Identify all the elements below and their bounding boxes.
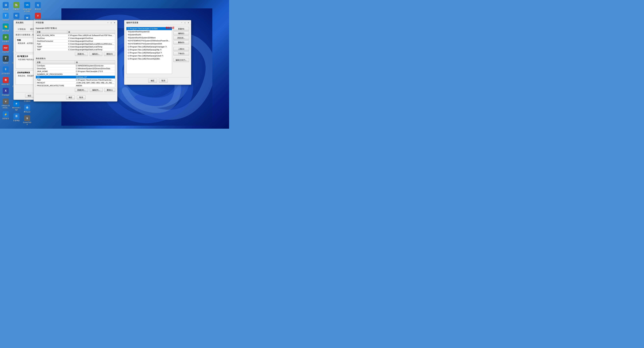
desktop-icon-22[interactable]: VS Visual Studio Code [22, 1, 32, 13]
sys-vars-row[interactable]: JAVA_HOMEC:\Program Files\Java\jdk-17.0.… [36, 70, 115, 73]
sys-vars-col-value: 值 [75, 61, 115, 64]
modified-label: 修改之后 [166, 26, 174, 29]
edit-env-list-item[interactable]: C:\Program Files\Java\jdk-17.0.5\bin [126, 27, 172, 30]
env-vars-content: liuguanglei 的用户变量(U) 变量 值 MOZ_PLUGIN_PAT… [34, 25, 117, 101]
user-vars-col-name: 变量 [36, 30, 67, 34]
user-vars-buttons: 新建(N)... 编辑(E)... 删除(D) [36, 52, 115, 56]
desktop-icon-6[interactable]: 🎙 文字转语音 [1, 66, 11, 75]
sys-vars-row[interactable]: NUMBER_OF_PROCESSORS24 [36, 73, 115, 76]
desktop-icon-3[interactable]: 企 企业微信 [1, 33, 11, 43]
env-vars-close-btn[interactable]: ✕ [113, 21, 116, 24]
desktop-icon-11[interactable]: 🐘 印象笔记 [12, 1, 22, 11]
sys-vars-title: 系统变量(S) [36, 57, 115, 60]
edit-env-browse-btn[interactable]: 浏览(B)... [174, 36, 189, 40]
env-vars-minimize-btn[interactable]: ─ [106, 21, 109, 24]
sys-vars-row[interactable]: OSWindows_NT [36, 76, 115, 79]
sys-vars-row[interactable]: DriverDataC:\Windows\System32\Drivers\Dr… [36, 67, 115, 70]
user-vars-title: liuguanglei 的用户变量(U) [36, 27, 115, 29]
edit-env-minimize-btn[interactable]: ─ [180, 21, 183, 24]
sys-props-ok-btn[interactable]: 确定 [25, 94, 34, 98]
edit-env-down-btn[interactable]: 下移(O) [174, 52, 189, 55]
user-vars-row[interactable]: OneDriveConsumerC:\Users\liuguanglei\One… [36, 40, 115, 42]
sys-vars-row[interactable]: PROCESSOR_ARCHITECTUREAMD64 [36, 84, 115, 87]
edit-env-close-btn[interactable]: ✕ [187, 21, 190, 24]
env-vars-maximize-btn[interactable]: □ [110, 21, 112, 24]
desktop-icon-9[interactable]: V VMware WorkSta... [1, 98, 11, 110]
desktop-icon-1[interactable]: T TopDesk [1, 12, 11, 22]
sys-vars-new-btn[interactable]: 新建(W)... [75, 88, 88, 92]
sys-vars-buttons: 新建(W)... 编辑(R)... 删除(L) [36, 88, 115, 92]
desktop-icon-7[interactable]: 有 有道云笔记 [1, 76, 11, 86]
desktop-icon-21[interactable]: 百 百度网盘 [12, 113, 22, 122]
desktop-icon-10[interactable]: ⚡ 迅雷影音 [1, 111, 11, 120]
desktop-icon-32[interactable]: S ScreenToGif [22, 115, 32, 126]
env-vars-cancel-btn[interactable]: 取消 [77, 95, 86, 99]
edit-env-list-item[interactable]: %SYSTEMROOT%\System32\WindowsPowerShell\… [126, 39, 172, 42]
edit-env-ok-btn[interactable]: 确定 [148, 79, 157, 83]
user-vars-table: 变量 值 MOZ_PLUGIN_PATHC:\Program Files (x8… [36, 30, 115, 51]
user-vars-col-value: 值 [67, 30, 115, 34]
desktop-icon-33[interactable]: Q 腾讯QQ [33, 1, 43, 11]
edit-env-content: 修改之后 C:\Program Files\Java\jdk-17.0.5\bi… [124, 25, 191, 85]
user-vars-row[interactable]: OneDriveC:\Users\liuguanglei\OneDrive [36, 37, 115, 40]
edit-env-up-btn[interactable]: 上移(U) [174, 47, 189, 51]
desktop-icon-20[interactable]: e Microsoft Edge [12, 100, 22, 112]
edit-env-new-btn[interactable]: 新建(N) [174, 27, 189, 31]
user-vars-row[interactable]: MOZ_PLUGIN_PATHC:\Program Files (x86)\Fo… [36, 34, 115, 37]
env-vars-titlebar: 环境变量 ─ □ ✕ [34, 20, 117, 25]
edit-env-list-item[interactable]: C:\Program Files (x86)\NetSarang\Xshell … [126, 54, 172, 57]
sys-vars-row[interactable]: PathC:\Program Files\Common Files\Oracle… [36, 79, 115, 81]
edit-env-side-buttons: 新建(N) 编辑(E) 浏览(B)... 删除(D) 上移(U) 下移(O) 编… [174, 27, 189, 75]
tab-computer-name[interactable]: 计算机名 [16, 27, 28, 31]
edit-env-delete-btn[interactable]: 删除(D) [174, 40, 189, 44]
sys-vars-edit-btn[interactable]: 编辑(R)... [90, 88, 102, 92]
edit-env-list-item[interactable]: %SystemRoot%\system32 [126, 30, 172, 33]
user-vars-row[interactable]: TMPC:\Users\liuguanglei\AppData\Local\Te… [36, 48, 115, 51]
sys-vars-delete-btn[interactable]: 删除(L) [104, 88, 115, 92]
desktop-icon-0[interactable]: 🖥 此电脑 [1, 1, 11, 11]
user-vars-row[interactable]: TEMPC:\Users\liuguanglei\AppData\Local\T… [36, 45, 115, 48]
edit-env-list: C:\Program Files\Java\jdk-17.0.5\bin%Sys… [126, 27, 172, 74]
desktop-icon-8[interactable]: X Xmanager [1, 87, 11, 97]
edit-env-title: 编辑环境变量 [126, 21, 138, 24]
sys-vars-row[interactable]: ComSpecC:\WINDOWS\system32\cmd.exe [36, 64, 115, 67]
edit-env-list-item[interactable]: C:\Program Files (x86)\NetSarang\Xmanage… [126, 45, 172, 48]
user-vars-row[interactable]: PathC:\Users\liuguanglei\AppData\Local\M… [36, 42, 115, 45]
sys-vars-row[interactable]: PATHEXT.COM;.EXE;.BAT;.CMD;.VBS;.VBE;.JS… [36, 81, 115, 84]
edit-env-list-item[interactable]: C:\Program Files (x86)\NetSarang\Xlpd 7\ [126, 51, 172, 54]
edit-env-list-item[interactable]: %SystemRoot% [126, 33, 172, 36]
env-vars-controls: ─ □ ✕ [106, 21, 116, 24]
edit-env-controls: ─ □ ✕ [180, 21, 190, 24]
sys-props-title: 系统属性 [16, 21, 24, 24]
user-vars-new-btn[interactable]: 新建(N)... [75, 52, 88, 56]
env-vars-title: 环境变量 [36, 21, 44, 24]
edit-env-edittext-btn[interactable]: 编辑文本(T)... [174, 58, 189, 62]
env-vars-dialog-buttons: 确定 取消 [36, 94, 115, 99]
desktop-icon-4[interactable]: PDF 万兴PDF [1, 44, 11, 54]
env-vars-ok-btn[interactable]: 确定 [66, 95, 75, 99]
desktop: 🖥 此电脑 T TopDesk 🍋 腾讯柠檬 企 企业微信 PDF 万兴PDF … [0, 0, 229, 129]
edit-env-maximize-btn[interactable]: □ [184, 21, 186, 24]
desktop-icon-5[interactable]: T Typora [1, 55, 11, 65]
edit-env-list-item[interactable]: C:\Program Files (x86)\NetSarang\Xftp 7\ [126, 48, 172, 51]
desktop-icon-31[interactable]: 会 腾讯会议 [22, 104, 32, 114]
edit-env-list-item[interactable]: %SYSTEMROOT%\System32\OpenSSH\ [126, 42, 172, 45]
edit-env-cancel-btn[interactable]: 取消 [159, 79, 168, 83]
edit-env-dialog-buttons: 确定 取消 [126, 77, 189, 83]
user-vars-delete-btn[interactable]: 删除(D) [104, 52, 115, 56]
desktop-icon-2[interactable]: 🍋 腾讯柠檬 [1, 23, 11, 32]
edit-env-list-item[interactable]: %SystemRoot%\System32\Wbem [126, 36, 172, 39]
edit-env-titlebar: 编辑环境变量 ─ □ ✕ [124, 20, 191, 25]
env-vars-window: 环境变量 ─ □ ✕ liuguanglei 的用户变量(U) 变量 值 MOZ… [34, 20, 118, 101]
edit-env-list-item[interactable]: C:\Program Files (x86)\Tencent\QQ\Bin [126, 57, 172, 60]
edit-env-edit-btn[interactable]: 编辑(E) [174, 31, 189, 35]
sys-vars-table: 变量 值 ComSpecC:\WINDOWS\system32\cmd.exeD… [36, 60, 115, 87]
edit-env-window: 编辑环境变量 ─ □ ✕ 修改之后 C:\Program Files\Java\… [124, 20, 191, 85]
sys-vars-col-name: 变量 [36, 61, 75, 64]
user-vars-edit-btn[interactable]: 编辑(E)... [90, 52, 102, 56]
